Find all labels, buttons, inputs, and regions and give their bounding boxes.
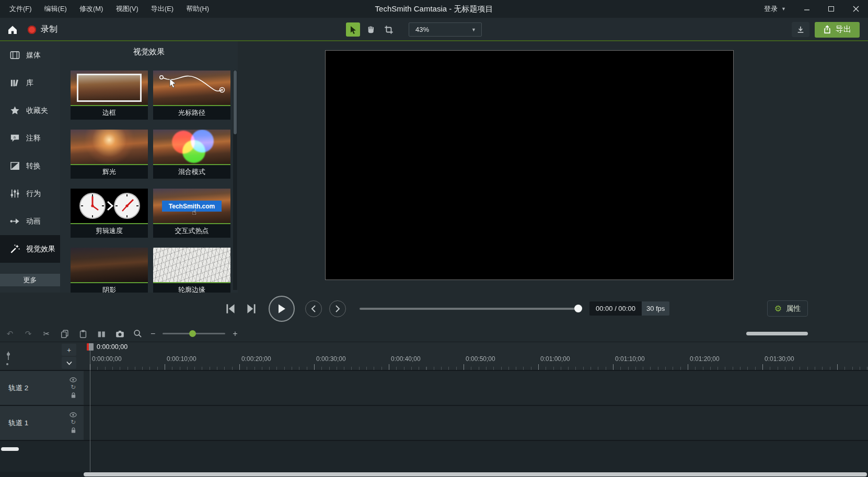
- split-button[interactable]: [96, 328, 107, 340]
- crop-tool-button[interactable]: [381, 22, 396, 37]
- track-header[interactable]: 轨道 1 ↻: [0, 406, 84, 441]
- copy-button[interactable]: [59, 328, 71, 340]
- timeline-horizontal-scrollbar[interactable]: [746, 332, 808, 335]
- playhead-time: 0:00:00;00: [97, 343, 128, 351]
- sidebar-item-media[interactable]: 媒体: [0, 41, 60, 69]
- timeline-ruler[interactable]: 0:00:00;00 0:00:10;00 0:00:20;00 0:00:30…: [84, 342, 868, 371]
- effect-label: 交互式热点: [153, 224, 230, 238]
- chevron-down-icon: [66, 361, 72, 365]
- home-button[interactable]: [5, 22, 19, 37]
- effect-tile-shadow[interactable]: 阴影: [71, 248, 148, 293]
- track-lane[interactable]: [84, 371, 868, 406]
- visual-effects-panel: 视觉效果 边框 光标路径 辉光: [60, 41, 238, 293]
- tracks-scrollbar[interactable]: [1, 447, 19, 451]
- canvas-zoom-value: 43%: [409, 26, 471, 33]
- playhead-marker-icon[interactable]: [87, 343, 94, 351]
- seek-slider-thumb[interactable]: [574, 305, 582, 312]
- collapse-tracks-button[interactable]: [62, 357, 76, 369]
- menu-file[interactable]: 文件(F): [4, 2, 37, 16]
- seek-slider[interactable]: [360, 308, 581, 310]
- sidebar-more-button[interactable]: 更多: [0, 274, 60, 286]
- zoom-in-button[interactable]: +: [233, 329, 237, 339]
- ruler-label: 0:00:30;00: [316, 355, 346, 363]
- cut-button[interactable]: ✂: [41, 328, 52, 340]
- sidebar-item-animations[interactable]: 动画: [0, 207, 60, 235]
- timeline-empty-area[interactable]: [0, 441, 868, 472]
- effect-tile-cursor-path[interactable]: 光标路径: [153, 71, 230, 120]
- record-button[interactable]: 录制: [28, 24, 57, 35]
- jump-back-button[interactable]: [305, 300, 322, 317]
- effect-tile-blend-mode[interactable]: 混合模式: [153, 130, 230, 179]
- maximize-icon: [828, 6, 834, 11]
- play-button[interactable]: [269, 296, 295, 322]
- jump-forward-button[interactable]: [329, 300, 346, 317]
- cursor-arrow-icon: [349, 25, 358, 34]
- effect-tile-glow[interactable]: 辉光: [71, 130, 148, 179]
- menu-help[interactable]: 帮助(H): [181, 2, 214, 16]
- panel-scrollbar-thumb[interactable]: [234, 71, 237, 134]
- ruler-label: 0:01:30;00: [765, 355, 794, 363]
- lock-icon[interactable]: [71, 427, 76, 434]
- previous-frame-button[interactable]: [224, 303, 237, 315]
- effect-label: 轮廓边缘: [153, 283, 230, 293]
- snapshot-button[interactable]: [114, 328, 125, 340]
- timeline-zoom-slider[interactable]: [163, 333, 225, 334]
- undo-button[interactable]: ↶: [4, 328, 16, 340]
- maximize-button[interactable]: [819, 0, 843, 18]
- panel-scrollbar-track[interactable]: [233, 71, 237, 290]
- loop-icon[interactable]: ↻: [71, 419, 76, 425]
- close-button[interactable]: [843, 0, 868, 18]
- effect-tile-border[interactable]: 边框: [71, 71, 148, 120]
- lock-icon[interactable]: [71, 392, 76, 399]
- login-button[interactable]: 登录 ▼: [756, 4, 794, 14]
- sidebar-item-annotations[interactable]: a 注释: [0, 124, 60, 152]
- pan-tool-button[interactable]: [364, 22, 378, 37]
- effect-tile-outline-edges[interactable]: 轮廓边缘: [153, 248, 230, 293]
- paste-button[interactable]: [77, 328, 89, 340]
- menu-view[interactable]: 视图(V): [110, 2, 143, 16]
- canvas-zoom-dropdown[interactable]: 43% ▼: [409, 22, 482, 37]
- media-icon: [9, 50, 20, 61]
- properties-button[interactable]: ⚙ 属性: [767, 300, 808, 317]
- timeline-zoom-thumb[interactable]: [189, 330, 196, 337]
- bottom-scrollbar-track[interactable]: [0, 472, 868, 477]
- cursor-tool-button[interactable]: [346, 22, 360, 37]
- preview-canvas[interactable]: [325, 50, 734, 280]
- menu-modify[interactable]: 修改(M): [74, 2, 109, 16]
- sidebar-item-transitions[interactable]: 转换: [0, 152, 60, 180]
- menu-export[interactable]: 导出(E): [146, 2, 179, 16]
- add-track-button[interactable]: ＋: [62, 344, 76, 356]
- sidebar-item-favorites[interactable]: 收藏夹: [0, 97, 60, 124]
- bottom-scrollbar-thumb[interactable]: [84, 472, 867, 476]
- cursor-arrow-icon: [170, 79, 176, 88]
- track-height-slider-icon[interactable]: [4, 351, 15, 366]
- track-name: 轨道 2: [8, 371, 28, 405]
- effect-tile-clip-speed[interactable]: 剪辑速度: [71, 189, 148, 238]
- transition-icon: [9, 160, 20, 171]
- track-lane[interactable]: [84, 406, 868, 441]
- timeline-zoom-button[interactable]: [132, 328, 143, 340]
- next-frame-icon: [245, 303, 258, 315]
- play-icon: [277, 304, 286, 314]
- redo-button[interactable]: ↷: [22, 328, 34, 340]
- track-header[interactable]: 轨道 2 ↻: [0, 371, 84, 406]
- playhead-line[interactable]: [90, 351, 90, 472]
- effect-thumbnail: [153, 248, 230, 282]
- sidebar-item-library[interactable]: 库: [0, 69, 60, 97]
- menu-edit[interactable]: 编辑(E): [39, 2, 72, 16]
- playhead[interactable]: 0:00:00;00: [87, 343, 128, 351]
- sidebar-item-visual-effects[interactable]: 视觉效果: [0, 235, 60, 263]
- sidebar-item-label: 收藏夹: [26, 106, 48, 115]
- export-button[interactable]: 导出: [815, 22, 860, 38]
- export-label: 导出: [836, 25, 851, 34]
- download-button[interactable]: [792, 22, 809, 37]
- zoom-out-button[interactable]: −: [151, 329, 155, 339]
- eye-icon[interactable]: [70, 412, 77, 417]
- eye-icon[interactable]: [70, 377, 77, 382]
- track-row: 轨道 1 ↻: [0, 406, 868, 441]
- sidebar-item-behaviors[interactable]: 行为: [0, 180, 60, 207]
- loop-icon[interactable]: ↻: [71, 384, 76, 390]
- next-frame-button[interactable]: [245, 303, 258, 315]
- minimize-button[interactable]: [794, 0, 819, 18]
- effect-tile-interactive-hotspot[interactable]: TechSmith.com ☝ 交互式热点: [153, 189, 230, 238]
